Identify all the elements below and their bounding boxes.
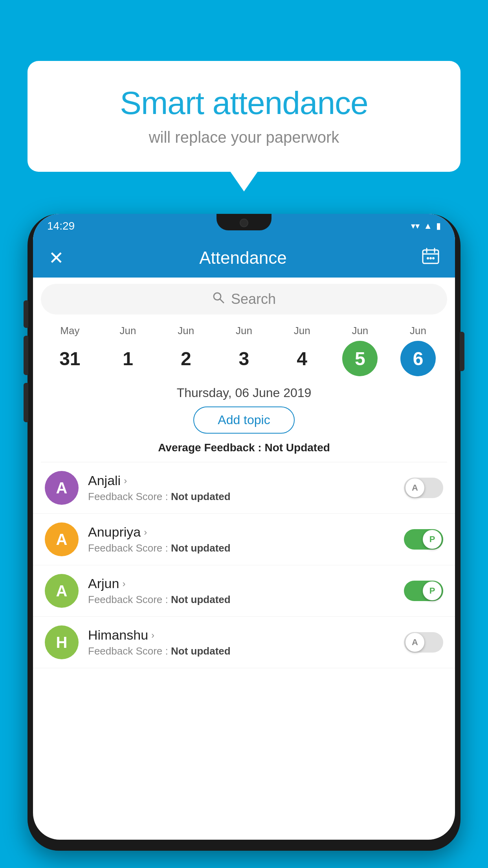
speech-bubble: Smart attendance will replace your paper…	[28, 61, 460, 172]
phone-frame: 14:29 ▾▾ ▲ ▮ ✕ Attendance	[28, 214, 460, 851]
toggle-thumb: P	[423, 581, 442, 600]
toggle-container[interactable]: A	[404, 478, 443, 498]
student-score: Feedback Score : Not updated	[88, 594, 394, 606]
student-score: Feedback Score : Not updated	[88, 645, 394, 657]
avg-feedback: Average Feedback : Not Updated	[33, 441, 455, 454]
speech-bubble-subtitle: will replace your paperwork	[55, 129, 433, 146]
cal-month: Jun	[352, 325, 368, 337]
search-label: Search	[231, 291, 276, 307]
student-avatar: H	[45, 625, 79, 659]
add-topic-button[interactable]: Add topic	[193, 406, 294, 434]
student-score: Feedback Score : Not updated	[88, 542, 394, 554]
cal-month: Jun	[236, 325, 252, 337]
svg-line-8	[220, 299, 224, 303]
attendance-toggle[interactable]: A	[404, 632, 443, 653]
search-bar[interactable]: Search	[41, 284, 447, 314]
calendar-day-4[interactable]: Jun4	[281, 325, 324, 376]
phone-mute-button	[24, 300, 28, 328]
cal-month: Jun	[410, 325, 426, 337]
calendar-day-5[interactable]: Jun5	[338, 325, 382, 376]
student-item[interactable]: HHimanshu ›Feedback Score : Not updatedA	[33, 617, 455, 668]
calendar-day-0[interactable]: May31	[48, 325, 92, 376]
wifi-icon: ▾▾	[411, 221, 420, 231]
toggle-thumb: P	[423, 530, 442, 549]
student-name: Himanshu ›	[88, 627, 394, 643]
student-name: Anjali ›	[88, 473, 394, 488]
close-button[interactable]: ✕	[49, 247, 64, 268]
student-item[interactable]: AAnjali ›Feedback Score : Not updatedA	[33, 462, 455, 514]
student-name: Arjun ›	[88, 576, 394, 591]
cal-date[interactable]: 5	[342, 341, 378, 376]
speech-bubble-title: Smart attendance	[55, 85, 433, 121]
cal-date[interactable]: 2	[168, 341, 204, 376]
attendance-toggle[interactable]: A	[404, 478, 443, 498]
calendar-day-2[interactable]: Jun2	[164, 325, 207, 376]
cal-date[interactable]: 4	[284, 341, 320, 376]
phone-screen: 14:29 ▾▾ ▲ ▮ ✕ Attendance	[33, 214, 455, 840]
status-icons: ▾▾ ▲ ▮	[411, 221, 441, 231]
student-info: Anupriya ›Feedback Score : Not updated	[88, 524, 394, 554]
student-avatar: A	[45, 471, 79, 505]
calendar-day-6[interactable]: Jun6	[396, 325, 440, 376]
toggle-container[interactable]: P	[404, 581, 443, 601]
avg-feedback-label: Average Feedback :	[158, 441, 262, 454]
toggle-container[interactable]: P	[404, 529, 443, 550]
app-bar-title: Attendance	[199, 248, 287, 268]
avg-feedback-value: Not Updated	[264, 441, 330, 454]
student-info: Himanshu ›Feedback Score : Not updated	[88, 627, 394, 657]
student-item[interactable]: AAnupriya ›Feedback Score : Not updatedP	[33, 514, 455, 565]
cal-month: Jun	[178, 325, 194, 337]
battery-icon: ▮	[436, 221, 441, 231]
student-avatar: A	[45, 522, 79, 556]
calendar-strip: May31Jun1Jun2Jun3Jun4Jun5Jun6	[33, 321, 455, 376]
student-list: AAnjali ›Feedback Score : Not updatedAAA…	[33, 462, 455, 668]
calendar-day-3[interactable]: Jun3	[222, 325, 266, 376]
calendar-day-1[interactable]: Jun1	[106, 325, 150, 376]
cal-month: May	[60, 325, 79, 337]
speech-bubble-container: Smart attendance will replace your paper…	[28, 61, 460, 172]
cal-date[interactable]: 6	[400, 341, 436, 376]
cal-date[interactable]: 3	[226, 341, 262, 376]
cal-date[interactable]: 31	[52, 341, 88, 376]
svg-point-4	[427, 257, 429, 259]
cal-month: Jun	[120, 325, 136, 337]
status-time: 14:29	[47, 220, 75, 232]
phone-volume-down-button	[24, 383, 28, 422]
calendar-icon[interactable]	[422, 248, 439, 268]
phone-camera	[240, 219, 248, 227]
student-info: Arjun ›Feedback Score : Not updated	[88, 576, 394, 606]
toggle-container[interactable]: A	[404, 632, 443, 653]
phone-volume-up-button	[24, 336, 28, 375]
student-name: Anupriya ›	[88, 524, 394, 540]
svg-rect-0	[423, 250, 438, 263]
phone-notch	[216, 214, 272, 230]
phone-power-button	[460, 332, 464, 371]
student-info: Anjali ›Feedback Score : Not updated	[88, 473, 394, 503]
attendance-toggle[interactable]: P	[404, 581, 443, 601]
student-score: Feedback Score : Not updated	[88, 491, 394, 503]
cal-date[interactable]: 1	[110, 341, 146, 376]
phone-container: 14:29 ▾▾ ▲ ▮ ✕ Attendance	[28, 208, 460, 868]
signal-icon: ▲	[424, 221, 432, 231]
svg-point-5	[429, 257, 432, 259]
attendance-toggle[interactable]: P	[404, 529, 443, 550]
student-item[interactable]: AArjun ›Feedback Score : Not updatedP	[33, 565, 455, 617]
svg-point-6	[432, 257, 435, 259]
app-bar: ✕ Attendance	[33, 238, 455, 278]
search-icon	[212, 291, 225, 307]
selected-date: Thursday, 06 June 2019	[33, 376, 455, 406]
cal-month: Jun	[294, 325, 310, 337]
toggle-thumb: A	[405, 633, 424, 652]
toggle-thumb: A	[405, 478, 424, 497]
student-avatar: A	[45, 574, 79, 608]
